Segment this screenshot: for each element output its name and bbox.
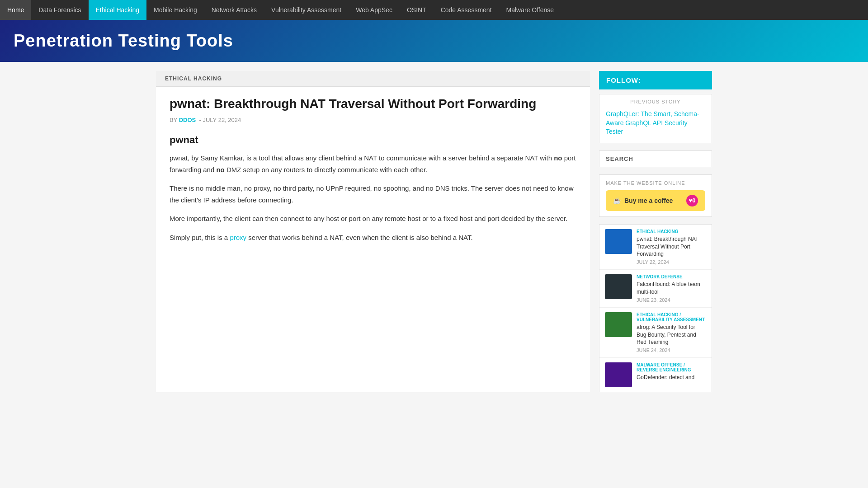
related-post-thumb-4 <box>605 362 632 387</box>
related-post-category-2: NETWORK DEFENSE <box>637 274 706 279</box>
nav-network-attacks[interactable]: Network Attacks <box>204 0 264 20</box>
follow-label: FOLLOW: <box>599 71 712 89</box>
site-header: Penetration Testing Tools <box>0 20 868 62</box>
proxy-link[interactable]: proxy <box>230 234 246 241</box>
related-post-title-1[interactable]: pwnat: Breakthrough NAT Traversal Withou… <box>637 235 706 258</box>
related-post-title-3[interactable]: afrog: A Security Tool for Bug Bounty, P… <box>637 324 706 346</box>
related-post-date-3: JUNE 24, 2024 <box>637 347 706 353</box>
nav-mobile-hacking[interactable]: Mobile Hacking <box>146 0 204 20</box>
related-post-title-2[interactable]: FalconHound: A blue team multi-tool <box>637 281 706 296</box>
heart-icon: ♥ <box>689 197 693 204</box>
breadcrumb: Ethical Hacking <box>156 71 590 87</box>
previous-story-card: GraphQLer: The Smart, Schema-Aware Graph… <box>599 106 712 143</box>
related-post-category-4: MALWARE OFFENSE / REVERSE ENGINEERING <box>637 362 706 372</box>
article-paragraph-3: More importantly, the client can then co… <box>170 213 576 225</box>
page-wrap: Ethical Hacking pwnat: Breakthrough NAT … <box>149 62 719 401</box>
related-post-thumb-1 <box>605 229 632 254</box>
section-heading: pwnat <box>170 134 576 146</box>
related-post-category-3: ETHICAL HACKING / VULNERABILITY ASSESSME… <box>637 312 706 322</box>
previous-story-label: PREVIOUS STORY <box>599 94 712 106</box>
related-post-title-4[interactable]: GoDefender: detect and <box>637 374 706 381</box>
buy-coffee-button[interactable]: ☕ Buy me a coffee ♥ 0 <box>606 190 705 211</box>
search-label: SEARCH <box>599 150 712 167</box>
nav-web-appsec[interactable]: Web AppSec <box>349 0 400 20</box>
previous-story-link[interactable]: GraphQLer: The Smart, Schema-Aware Graph… <box>606 110 699 135</box>
coffee-heart-icon: ♥ 0 <box>686 195 698 206</box>
article-meta: BY DDOS - JULY 22, 2024 <box>170 117 576 123</box>
site-title: Penetration Testing Tools <box>14 31 854 51</box>
article-paragraph-1: pwnat, by Samy Kamkar, is a tool that al… <box>170 152 576 175</box>
make-online-section: MAKE THE WEBSITE ONLINE ☕ Buy me a coffe… <box>599 174 712 217</box>
related-post-item: MALWARE OFFENSE / REVERSE ENGINEERING Go… <box>599 358 712 392</box>
article-author[interactable]: DDOS <box>179 117 196 123</box>
related-post-date-2: JUNE 23, 2024 <box>637 297 706 303</box>
main-nav: Home Data Forensics Ethical Hacking Mobi… <box>0 0 868 20</box>
nav-data-forensics[interactable]: Data Forensics <box>31 0 88 20</box>
related-post-category-1: ETHICAL HACKING <box>637 229 706 234</box>
nav-osint[interactable]: OSINT <box>400 0 434 20</box>
related-post-date-1: JULY 22, 2024 <box>637 259 706 265</box>
nav-vulnerability-assessment[interactable]: Vulnerability Assessment <box>264 0 349 20</box>
previous-story-section: PREVIOUS STORY GraphQLer: The Smart, Sch… <box>599 94 712 143</box>
related-post-item: ETHICAL HACKING pwnat: Breakthrough NAT … <box>599 225 712 270</box>
article-title: pwnat: Breakthrough NAT Traversal Withou… <box>170 96 576 112</box>
article-date: JULY 22, 2024 <box>203 117 241 123</box>
buy-coffee-label: Buy me a coffee <box>624 197 673 204</box>
article-paragraph-2: There is no middle man, no proxy, no thi… <box>170 183 576 206</box>
article-body: pwnat: Breakthrough NAT Traversal Withou… <box>156 87 590 259</box>
nav-code-assessment[interactable]: Code Assessment <box>434 0 499 20</box>
related-post-item: NETWORK DEFENSE FalconHound: A blue team… <box>599 270 712 308</box>
main-content: Ethical Hacking pwnat: Breakthrough NAT … <box>156 71 590 392</box>
nav-malware-offense[interactable]: Malware Offense <box>499 0 561 20</box>
make-online-title: MAKE THE WEBSITE ONLINE <box>606 180 705 186</box>
related-post-item: ETHICAL HACKING / VULNERABILITY ASSESSME… <box>599 308 712 358</box>
article-paragraph-4: Simply put, this is a proxy server that … <box>170 232 576 244</box>
related-post-thumb-2 <box>605 274 632 299</box>
nav-home[interactable]: Home <box>0 0 31 20</box>
coffee-count: 0 <box>692 197 695 204</box>
nav-ethical-hacking[interactable]: Ethical Hacking <box>89 0 147 20</box>
coffee-cup-icon: ☕ <box>613 197 621 204</box>
sidebar: FOLLOW: PREVIOUS STORY GraphQLer: The Sm… <box>599 71 712 392</box>
related-post-thumb-3 <box>605 312 632 337</box>
related-posts: ETHICAL HACKING pwnat: Breakthrough NAT … <box>599 224 712 392</box>
